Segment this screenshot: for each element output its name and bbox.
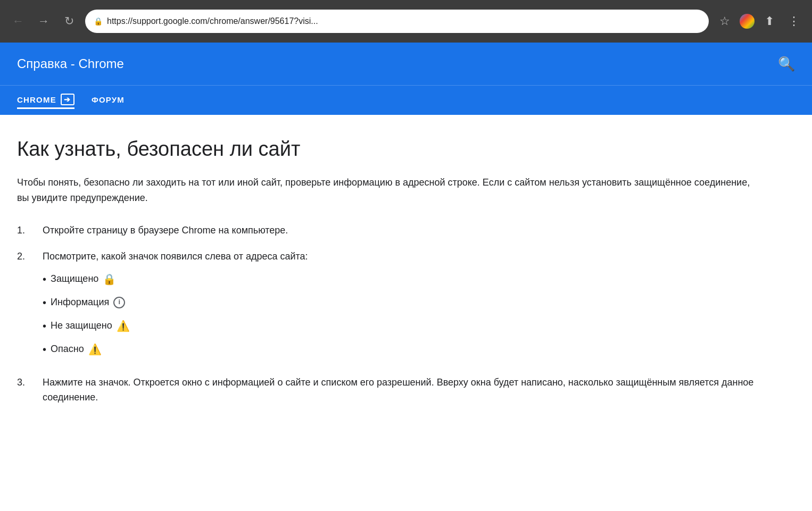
page-title: Справка - Chrome (17, 56, 124, 71)
more-options-icon[interactable]: ⋮ (784, 12, 803, 31)
step-2-text: Посмотрите, какой значок появился слева … (43, 251, 308, 262)
sub-item-info: • Информация i (43, 294, 308, 311)
chrome-nav-icon: ➔ (61, 94, 74, 105)
lock-green-icon: 🔒 (103, 271, 116, 288)
article-intro: Чтобы понять, безопасно ли заходить на т… (17, 175, 751, 206)
step-3-number: 3. (17, 375, 34, 406)
step-2-content: Посмотрите, какой значок появился слева … (43, 249, 308, 364)
step-2: 2. Посмотрите, какой значок появился сле… (17, 249, 760, 364)
steps-list: 1. Откройте страницу в браузере Chrome н… (17, 223, 760, 405)
nav-bar: CHROME ➔ ФОРУМ (0, 85, 812, 115)
main-content: Как узнать, безопасен ли сайт Чтобы поня… (0, 115, 777, 448)
sub-item-not-secure: • Не защищено ⚠️ (43, 317, 308, 334)
search-icon[interactable]: 🔍 (778, 56, 795, 72)
step-1: 1. Откройте страницу в браузере Chrome н… (17, 223, 760, 238)
step-2-number: 2. (17, 249, 34, 364)
forward-button[interactable]: → (34, 12, 53, 31)
step-1-number: 1. (17, 223, 34, 238)
info-circle-icon: i (113, 297, 125, 308)
danger-triangle-icon: ⚠️ (88, 341, 102, 358)
reload-button[interactable]: ↻ (60, 12, 79, 31)
browser-toolbar: ← → ↻ 🔒 ☆ ⬆ ⋮ (0, 0, 812, 43)
bullet-not-secure: • (43, 317, 46, 334)
page-header: Справка - Chrome 🔍 (0, 43, 812, 85)
step-3: 3. Нажмите на значок. Откроется окно с и… (17, 375, 760, 406)
sub-item-secure: • Защищено 🔒 (43, 271, 308, 288)
step-3-text: Нажмите на значок. Откроется окно с инфо… (43, 375, 760, 406)
bullet-danger: • (43, 341, 46, 358)
google-account-icon[interactable] (740, 14, 755, 29)
bookmark-icon[interactable]: ☆ (715, 12, 734, 31)
toolbar-right: ☆ ⬆ ⋮ (715, 12, 803, 31)
bullet-secure: • (43, 271, 46, 288)
nav-item-forum[interactable]: ФОРУМ (92, 95, 125, 106)
sub-list: • Защищено 🔒 • Информация i • Не защищен… (43, 271, 308, 358)
sub-label-not-secure: Не защищено (51, 318, 112, 333)
share-icon[interactable]: ⬆ (760, 12, 779, 31)
sub-label-danger: Опасно (51, 341, 84, 357)
back-button[interactable]: ← (9, 12, 28, 31)
sub-label-secure: Защищено (51, 271, 98, 287)
sub-item-danger: • Опасно ⚠️ (43, 341, 308, 358)
warning-triangle-icon: ⚠️ (117, 317, 130, 334)
bullet-info: • (43, 294, 46, 311)
step-1-text: Откройте страницу в браузере Chrome на к… (43, 223, 288, 238)
chrome-nav-label: CHROME (17, 95, 56, 104)
article-title: Как узнать, безопасен ли сайт (17, 136, 760, 162)
sub-label-info: Информация (51, 295, 109, 310)
address-bar: 🔒 (85, 10, 709, 33)
nav-item-chrome[interactable]: CHROME ➔ (17, 91, 74, 109)
url-input[interactable] (107, 16, 700, 26)
address-lock-icon: 🔒 (94, 17, 103, 26)
